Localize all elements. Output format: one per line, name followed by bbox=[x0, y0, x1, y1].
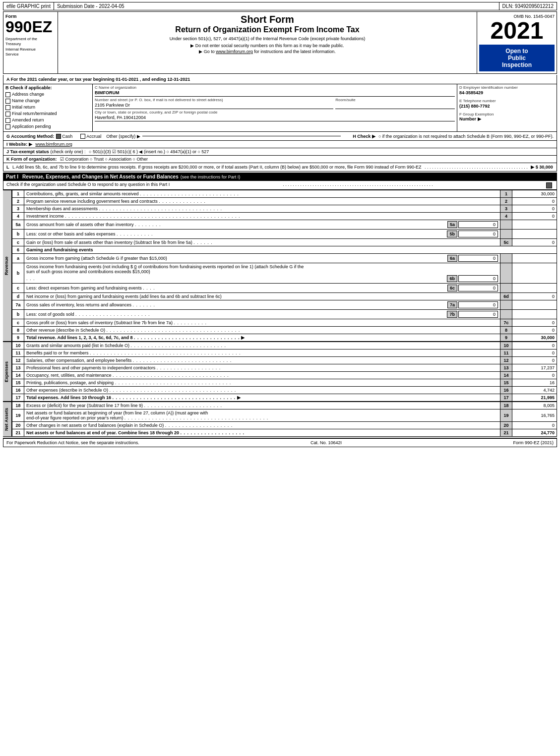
check-amended-return: Amended return bbox=[5, 117, 90, 123]
form-number: 990EZ bbox=[5, 19, 56, 35]
ein-value: 84-3585429 bbox=[459, 90, 555, 97]
page: efile GRAPHIC print Submission Date - 20… bbox=[0, 0, 560, 449]
street-label: Number and street (or P. O. box, if mail… bbox=[95, 98, 333, 102]
cash-label: Cash bbox=[62, 134, 72, 139]
amended-return-label: Amended return bbox=[12, 117, 44, 122]
table-row: 12 Salaries, other compensation, and emp… bbox=[12, 357, 557, 364]
org-info-col: C Name of organization BIMFORUM Number a… bbox=[93, 84, 457, 131]
footer: For Paperwork Reduction Act Notice, see … bbox=[3, 438, 557, 447]
revenue-side-label: Revenue bbox=[3, 190, 12, 342]
header-right: OMB No. 1545-0047 2021 Open to Public In… bbox=[477, 12, 557, 73]
add-lines-row: L L Add lines 5b, 6c, and 7b to line 9 t… bbox=[3, 163, 557, 172]
part1-header: Part I Revenue, Expenses, and Changes in… bbox=[3, 173, 557, 181]
check-applicable-col: B Check if applicable: Address change Na… bbox=[3, 84, 93, 131]
top-bar: efile GRAPHIC print Submission Date - 20… bbox=[3, 2, 557, 10]
city-label: City or town, state or province, country… bbox=[95, 110, 455, 115]
address-change-label: Address change bbox=[12, 92, 44, 97]
table-row: 11 Benefits paid to or for members . . .… bbox=[12, 349, 557, 357]
form-org-label: K Form of organization: bbox=[6, 157, 57, 162]
room-block: Room/suite bbox=[335, 98, 455, 110]
net-assets-table: 18 Excess or (deficit) for the year (Sub… bbox=[12, 402, 557, 437]
header-sub1: Under section 501(c), 527, or 4947(a)(1)… bbox=[60, 36, 475, 41]
header-center: Short Form Return of Organization Exempt… bbox=[58, 12, 477, 73]
table-row: b Gross income from fundraising events (… bbox=[12, 263, 557, 284]
efile-label: efile GRAPHIC print bbox=[3, 2, 54, 10]
h-label: H Check ▶ bbox=[353, 134, 375, 139]
table-row: 4 Investment income . . . . . . . . . . … bbox=[12, 213, 557, 220]
add-lines-amount: ▶ $ 30,000 bbox=[531, 165, 553, 170]
room-label: Room/suite bbox=[335, 98, 455, 102]
city-value: Haverford, PA 190412004 bbox=[95, 115, 455, 121]
table-row: 17 Total expenses. Add lines 10 through … bbox=[12, 394, 557, 402]
section-a: A For the 2021 calendar year, or tax yea… bbox=[3, 75, 557, 84]
table-row: a Gross income from gaming (attach Sched… bbox=[12, 254, 557, 263]
short-form-title: Short Form bbox=[60, 14, 475, 25]
group-value: Number ▶ bbox=[459, 116, 555, 121]
other-specify: Other (specify) ▶ bbox=[106, 134, 140, 139]
acct-label: G Accounting Method: bbox=[6, 134, 54, 139]
accrual-label: Accrual bbox=[86, 134, 101, 139]
phone-value: (215) 880-7792 bbox=[459, 103, 555, 110]
dln: DLN: 93492095012212 bbox=[499, 2, 557, 10]
table-row: 7a Gross sales of inventory, less return… bbox=[12, 300, 557, 310]
table-row: 21 Net assets or fund balances at end of… bbox=[12, 429, 557, 437]
table-row: 14 Occupancy, rent, utilities, and maint… bbox=[12, 372, 557, 379]
initial-return-label: Initial return bbox=[12, 105, 35, 110]
footer-cat: Cat. No. 10642I bbox=[311, 440, 342, 445]
dept-info: Department of the Treasury Internal Reve… bbox=[5, 37, 56, 58]
ein-col: D Employer identification number 84-3585… bbox=[457, 84, 557, 131]
final-return-label: Final return/terminated bbox=[12, 111, 57, 116]
table-row: 8 Other revenue (describe in Schedule O)… bbox=[12, 327, 557, 334]
table-row: c Gross profit or (loss) from sales of i… bbox=[12, 319, 557, 327]
cash-checkbox[interactable] bbox=[56, 134, 61, 139]
return-title: Return of Organization Exempt From Incom… bbox=[60, 25, 475, 34]
check-initial-return: Initial return bbox=[5, 105, 90, 110]
row-num-1: 1 bbox=[12, 190, 24, 198]
table-row: b Less: cost or other basis and sales ex… bbox=[12, 230, 557, 239]
table-row: 9 Total revenue. Add lines 1, 2, 3, 4, 5… bbox=[12, 334, 557, 342]
accounting-row: G Accounting Method: Cash Accrual Other … bbox=[3, 132, 557, 141]
application-pending-label: Application pending bbox=[12, 124, 51, 129]
header: Form 990EZ Department of the Treasury In… bbox=[3, 11, 557, 74]
ein-label: D Employer identification number bbox=[459, 85, 555, 90]
footer-form: Form 990-EZ (2021) bbox=[513, 440, 554, 445]
table-row: 20 Other changes in net assets or fund b… bbox=[12, 422, 557, 429]
room-value bbox=[335, 102, 455, 109]
initial-return-checkbox[interactable] bbox=[5, 105, 10, 110]
website-label: I Website: ▶ bbox=[6, 142, 32, 147]
table-row: 2 Program service revenue including gove… bbox=[12, 198, 557, 205]
footer-paperwork: For Paperwork Reduction Act Notice, see … bbox=[6, 440, 139, 445]
tax-row: J Tax-exempt status (check only one) : ○… bbox=[3, 148, 557, 156]
check-applicable-label: B Check if applicable: bbox=[5, 85, 90, 90]
application-pending-checkbox[interactable] bbox=[5, 124, 10, 129]
org-name-value: BIMFORUM bbox=[95, 90, 455, 97]
table-row: 6 Gaming and fundraising events bbox=[12, 246, 557, 254]
part1-schedule-o-check[interactable] bbox=[546, 182, 552, 188]
check-name-change: Name change bbox=[5, 98, 90, 104]
name-change-label: Name change bbox=[12, 98, 40, 103]
net-assets-side-label: Net Assets bbox=[3, 402, 12, 437]
amended-return-checkbox[interactable] bbox=[5, 118, 10, 123]
group-label: F Group Exemption bbox=[459, 112, 555, 116]
name-change-checkbox[interactable] bbox=[5, 99, 10, 104]
accrual-checkbox[interactable] bbox=[80, 134, 85, 139]
tax-label: J Tax-exempt status bbox=[6, 149, 49, 154]
expenses-section: Expenses 10 Grants and similar amounts p… bbox=[3, 342, 557, 402]
form-org-row: K Form of organization: ☑ Corporation ○ … bbox=[3, 156, 557, 163]
check-address-change: Address change bbox=[5, 92, 90, 97]
website-row: I Website: ▶ www.bimforum.org bbox=[3, 141, 557, 148]
net-assets-section: Net Assets 18 Excess or (deficit) for th… bbox=[3, 402, 557, 437]
header-sub3: ▶ Go to www.bimforum.org for instruction… bbox=[60, 49, 475, 54]
table-row: d Net income or (loss) from gaming and f… bbox=[12, 293, 557, 300]
phone-label: E Telephone number bbox=[459, 99, 555, 103]
final-return-checkbox[interactable] bbox=[5, 112, 10, 116]
table-row: c Gain or (loss) from sale of assets oth… bbox=[12, 239, 557, 246]
table-row: 19 Net assets or fund balances at beginn… bbox=[12, 409, 557, 422]
year-badge: 2021 bbox=[479, 19, 555, 43]
table-row: 16 Other expenses (describe in Schedule … bbox=[12, 387, 557, 394]
info-grid: B Check if applicable: Address change Na… bbox=[3, 84, 557, 132]
revenue-table: 1 Contributions, gifts, grants, and simi… bbox=[12, 190, 557, 342]
address-change-checkbox[interactable] bbox=[5, 92, 10, 97]
add-lines-label: L bbox=[6, 165, 9, 170]
check-final-return: Final return/terminated bbox=[5, 111, 90, 116]
